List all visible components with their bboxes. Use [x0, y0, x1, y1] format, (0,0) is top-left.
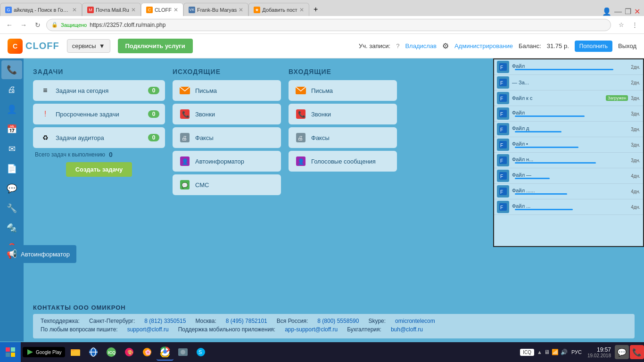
- arrow-up-icon[interactable]: ▲: [537, 349, 542, 355]
- taskbar-skype[interactable]: S: [192, 344, 209, 361]
- connect-button[interactable]: Подключить услуги: [118, 39, 193, 53]
- tab-title-google: айклауд - Поиск в Гоог...: [14, 7, 70, 13]
- file-row-6[interactable]: F Файл • 3дн.: [494, 137, 643, 153]
- tab-post[interactable]: ★ Добавить пост ✕: [248, 3, 309, 16]
- russia-phone[interactable]: 8 (800) 5558590: [317, 318, 359, 324]
- tab-vk[interactable]: VK Frank-Bu Maryas ✕: [183, 3, 248, 16]
- support-email[interactable]: support@cloff.ru: [127, 326, 169, 333]
- new-tab-button[interactable]: +: [311, 3, 321, 16]
- taskbar-chrome[interactable]: [157, 344, 173, 361]
- sidebar-item-contacts[interactable]: 👤: [1, 100, 22, 119]
- moscow-phone[interactable]: 8 (495) 7852101: [226, 318, 267, 324]
- taskbar-phone-button[interactable]: 📞: [630, 345, 644, 359]
- url-bar[interactable]: 🔒 Защищено https://23257.cloff.ru/main.p…: [46, 19, 611, 31]
- incoming-calls-card[interactable]: 📞 Звонки: [289, 104, 397, 124]
- mobile-email[interactable]: app-support@cloff.ru: [285, 326, 338, 333]
- svg-text:S: S: [198, 349, 202, 355]
- file-row-5[interactable]: F Файл д 3дн.: [494, 122, 643, 137]
- file-row-10[interactable]: F Файл ... 4дн.: [494, 199, 643, 215]
- file-age-10: 4дн.: [631, 205, 640, 210]
- tab-mail[interactable]: М Почта Mail.Ru ✕: [82, 3, 141, 16]
- question-icon[interactable]: ?: [396, 42, 399, 49]
- user-name[interactable]: Владислав: [405, 42, 437, 49]
- bookmark-icon[interactable]: ☆: [616, 19, 627, 31]
- sidebar-item-phone[interactable]: 📞: [1, 60, 22, 79]
- incoming-letters-card[interactable]: Письма: [289, 80, 397, 101]
- file-age-5: 3дн.: [631, 127, 640, 132]
- icq-tray-label[interactable]: ICQ: [520, 349, 534, 356]
- accounting-email[interactable]: buh@cloff.ru: [391, 326, 423, 333]
- sidebar-item-fax[interactable]: 🖨: [1, 80, 22, 99]
- file-row-4[interactable]: F Файл 3дн.: [494, 106, 643, 122]
- tab-close-google[interactable]: ✕: [72, 7, 77, 13]
- file-row-2[interactable]: F — Зa... 2дн.: [494, 75, 643, 90]
- tasks-overdue-card[interactable]: ! Просроченные задачи 0: [33, 104, 165, 124]
- logout-button[interactable]: Выход: [618, 42, 636, 49]
- svg-text:📞: 📞: [182, 110, 190, 118]
- file-row-1[interactable]: F Файл 2дн.: [494, 59, 643, 75]
- skype-label: Skype:: [368, 318, 386, 324]
- language-label: РУС: [571, 349, 582, 355]
- tasks-audit-card[interactable]: ♻ Задачи аудитора 0: [33, 127, 165, 148]
- sidebar-item-settings1[interactable]: 🔧: [1, 199, 22, 218]
- sidebar-item-settings2[interactable]: 🔩: [1, 219, 22, 238]
- admin-label[interactable]: Администрирование: [454, 42, 513, 49]
- tab-close-mail[interactable]: ✕: [131, 7, 136, 13]
- create-task-button[interactable]: Создать задачу: [66, 162, 132, 177]
- incoming-fax-card[interactable]: 🖨 Факсы: [289, 127, 397, 148]
- sidebar-item-chat[interactable]: 💬: [1, 179, 22, 198]
- minimize-button[interactable]: —: [614, 8, 622, 16]
- tasks-today-card[interactable]: ≡ Задачи на сегодня 0: [33, 80, 165, 101]
- gear-icon[interactable]: ⚙: [442, 41, 449, 50]
- file-avatar-2: F: [497, 76, 509, 89]
- file-row-8[interactable]: F Файл — 4дн.: [494, 168, 643, 184]
- back-button[interactable]: ←: [4, 19, 15, 31]
- spb-phone[interactable]: 8 (812) 3350515: [144, 318, 186, 324]
- outgoing-sms-card[interactable]: 💬 СМС: [173, 174, 281, 195]
- svg-rect-37: [11, 347, 15, 352]
- taskbar-flowers[interactable]: 🌸: [139, 344, 156, 361]
- taskbar-photos[interactable]: [174, 344, 191, 361]
- incoming-letters-label: Письма: [311, 87, 391, 94]
- incoming-calls-label: Звонки: [311, 111, 391, 118]
- skype-value[interactable]: omicrontelecom: [395, 318, 435, 324]
- tab-close-post[interactable]: ✕: [299, 7, 304, 13]
- tab-close-vk[interactable]: ✕: [239, 7, 243, 13]
- svg-point-54: [163, 350, 167, 354]
- outgoing-calls-card[interactable]: 📞 Звонки: [173, 104, 281, 124]
- tab-icon-post: ★: [254, 7, 260, 13]
- window-controls: 👤 — ❐ ✕: [602, 7, 644, 16]
- sidebar-item-calendar[interactable]: 📅: [1, 120, 22, 139]
- settings-icon[interactable]: ⋮: [629, 19, 640, 31]
- close-button[interactable]: ✕: [634, 7, 640, 16]
- outgoing-letters-card[interactable]: Письма: [173, 80, 281, 101]
- tasks-overdue-count: 0: [148, 110, 159, 118]
- sidebar-item-report[interactable]: 📄: [1, 159, 22, 178]
- taskbar-ie[interactable]: [85, 344, 102, 361]
- file-row-9[interactable]: F Файл ...... 4дн.: [494, 184, 643, 199]
- incoming-voicemail-card[interactable]: 👤 Голосовые сообщения: [289, 151, 397, 172]
- forward-button[interactable]: →: [18, 19, 29, 31]
- outgoing-autoinfo-card[interactable]: 👤 Автоинформатор: [173, 151, 281, 172]
- file-row-7[interactable]: F Файл н... 3дн.: [494, 153, 643, 168]
- services-dropdown[interactable]: сервисы ▼: [67, 39, 110, 53]
- start-button[interactable]: [0, 342, 21, 362]
- replenish-button[interactable]: Пополнить: [575, 41, 612, 52]
- restore-button[interactable]: ❐: [625, 7, 631, 16]
- google-play-badge[interactable]: Google Play: [23, 347, 65, 357]
- file-age-7: 3дн.: [631, 158, 640, 163]
- outgoing-fax-card[interactable]: 🖨 Факсы: [173, 127, 281, 148]
- refresh-button[interactable]: ↻: [32, 19, 43, 31]
- user-icon[interactable]: 👤: [602, 7, 611, 16]
- tab-close-cloff[interactable]: ✕: [173, 7, 178, 13]
- autoinformer-sidebar[interactable]: 📢 Автоинформатор: [0, 245, 76, 263]
- tab-google[interactable]: G айклауд - Поиск в Гоог... ✕: [0, 3, 82, 16]
- taskbar-file-explorer[interactable]: [67, 344, 84, 361]
- file-row-3[interactable]: F Файл к с Загружен 3дн.: [494, 90, 643, 106]
- taskbar-paint[interactable]: 🎨: [121, 344, 138, 361]
- taskbar-chat-button[interactable]: 💬: [615, 345, 629, 359]
- incoming-section: ВХОДЯЩИЕ Письма 📞 Звонки 🖨 Факсы 👤 Голос…: [289, 68, 397, 198]
- taskbar-icq[interactable]: ICQ: [103, 344, 120, 361]
- sidebar-item-mail[interactable]: ✉: [1, 140, 22, 158]
- tab-cloff[interactable]: C CLOFF ✕: [141, 3, 183, 16]
